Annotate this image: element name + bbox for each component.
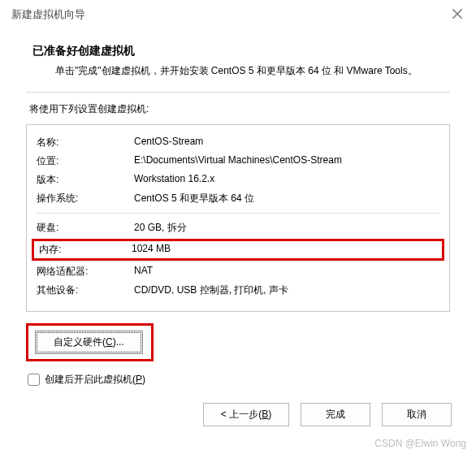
inner-divider <box>37 213 439 214</box>
label-disk: 硬盘: <box>37 221 134 235</box>
label-name: 名称: <box>37 136 134 149</box>
divider <box>26 92 450 93</box>
value-name: CentOS-Stream <box>134 136 439 149</box>
power-on-label: 创建后开启此虚拟机(P) <box>45 373 145 387</box>
label-version: 版本: <box>37 173 134 187</box>
row-version: 版本: Workstation 16.2.x <box>37 171 439 189</box>
titlebar: 新建虚拟机向导 <box>0 0 476 29</box>
customize-label-key: C <box>106 336 113 348</box>
customize-hardware-button[interactable]: 自定义硬件(C)... <box>35 331 143 354</box>
wizard-footer: < 上一步(B) 完成 取消 <box>203 403 452 426</box>
value-memory: 1024 MB <box>132 243 437 257</box>
value-location: E:\Documents\Virtual Machines\CentOS-Str… <box>134 154 439 168</box>
checkbox-icon[interactable] <box>28 374 40 386</box>
row-os: 操作系统: CentOS 5 和更早版本 64 位 <box>37 189 439 208</box>
finish-button[interactable]: 完成 <box>301 403 370 426</box>
close-icon[interactable] <box>452 8 463 19</box>
label-location: 位置: <box>37 154 134 168</box>
customize-label-pre: 自定义硬件( <box>54 336 106 348</box>
label-other: 其他设备: <box>37 283 134 297</box>
window-title: 新建虚拟机向导 <box>11 7 85 22</box>
customize-hardware-highlight: 自定义硬件(C)... <box>26 323 154 361</box>
section-label: 将使用下列设置创建虚拟机: <box>29 102 450 116</box>
value-os: CentOS 5 和更早版本 64 位 <box>134 192 439 205</box>
page-subheading: 单击"完成"创建虚拟机，并开始安装 CentOS 5 和更早版本 64 位 和 … <box>55 63 450 79</box>
row-network: 网络适配器: NAT <box>37 262 439 281</box>
watermark: CSDN @Elwin Wong <box>374 438 466 449</box>
row-disk: 硬盘: 20 GB, 拆分 <box>37 218 439 237</box>
row-name: 名称: CentOS-Stream <box>37 133 439 152</box>
settings-summary-box: 名称: CentOS-Stream 位置: E:\Documents\Virtu… <box>26 124 450 312</box>
power-on-after-create-option[interactable]: 创建后开启此虚拟机(P) <box>28 373 450 387</box>
value-other: CD/DVD, USB 控制器, 打印机, 声卡 <box>134 283 439 297</box>
label-memory: 内存: <box>39 243 132 257</box>
row-other-devices: 其他设备: CD/DVD, USB 控制器, 打印机, 声卡 <box>37 281 439 300</box>
page-heading: 已准备好创建虚拟机 <box>32 44 450 58</box>
row-location: 位置: E:\Documents\Virtual Machines\CentOS… <box>37 152 439 171</box>
cancel-button[interactable]: 取消 <box>382 403 452 426</box>
row-memory-highlighted: 内存: 1024 MB <box>32 239 444 261</box>
customize-label-post: )... <box>113 336 124 348</box>
label-network: 网络适配器: <box>37 265 134 279</box>
value-network: NAT <box>134 265 439 279</box>
label-os: 操作系统: <box>37 192 134 205</box>
back-button[interactable]: < 上一步(B) <box>203 403 289 426</box>
value-version: Workstation 16.2.x <box>134 173 439 187</box>
value-disk: 20 GB, 拆分 <box>134 221 439 235</box>
